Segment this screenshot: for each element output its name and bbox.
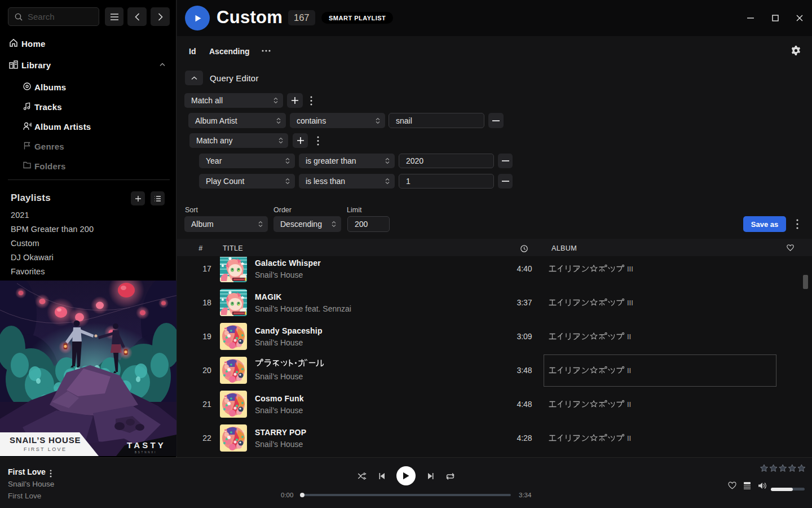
svg-text:BSTNNXI: BSTNNXI bbox=[135, 451, 157, 454]
svg-text:TASTY: TASTY bbox=[127, 440, 166, 450]
svg-text:SNAIL’S HOUSE: SNAIL’S HOUSE bbox=[10, 435, 81, 445]
svg-text:FIRST LOVE: FIRST LOVE bbox=[24, 446, 67, 452]
